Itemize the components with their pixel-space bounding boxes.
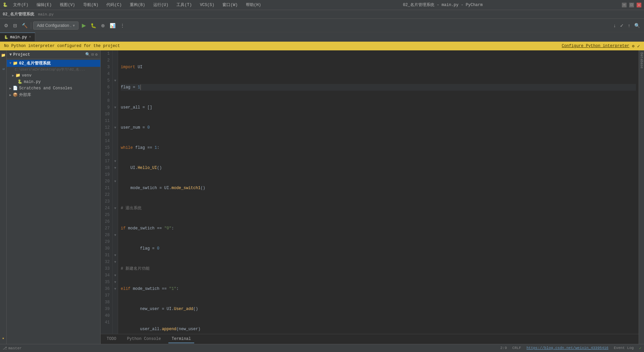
configure-interpreter-link[interactable]: Configure Python interpreter (562, 44, 630, 48)
vcs-push-button[interactable]: ↑ (627, 21, 632, 30)
activity-structure-icon[interactable]: S (1, 66, 6, 73)
menu-refactor[interactable]: 重构(B) (127, 1, 148, 8)
tree-item-main-py[interactable]: 🐍 main.py (7, 79, 100, 85)
menu-help[interactable]: 帮助(H) (243, 1, 264, 8)
fold-marker-33 (113, 265, 118, 272)
layout-button[interactable]: ⊟ (12, 21, 18, 30)
menu-file[interactable]: 文件(F) (10, 1, 31, 8)
event-log-link[interactable]: Event Log (614, 346, 634, 350)
debug-button[interactable]: 🐛 (89, 21, 98, 30)
code-editor[interactable]: import UI flag = 1 user_all = [] user_nu… (118, 50, 639, 334)
tree-label-scratches: Scratches and Consoles (19, 86, 72, 91)
tree-arrow-project: ▼ (9, 61, 11, 65)
fold-marker-32[interactable]: ▼ (113, 259, 118, 265)
fold-marker-12[interactable]: ▼ (113, 124, 118, 131)
python-console-tab[interactable]: Python Console (124, 335, 164, 343)
menu-vcs[interactable]: VCS(S) (197, 2, 217, 8)
sidebar-settings-icon[interactable]: ⚙ (95, 52, 98, 57)
build-button[interactable]: 🔨 (20, 21, 29, 30)
fold-marker-17[interactable]: ▼ (113, 158, 118, 165)
code-line-10: flag = 0 (121, 245, 636, 252)
tree-label-venv: venv (22, 73, 32, 78)
menu-navigate[interactable]: 导航(N) (80, 1, 101, 8)
code-line-13: new_user = UI.User_add() (121, 306, 636, 312)
vcs-update-button[interactable]: ↓ (612, 21, 617, 30)
fold-marker-20[interactable]: ▼ (113, 178, 118, 185)
code-line-3: user_all = [] (121, 104, 636, 111)
line-ending: CRLF (512, 346, 521, 350)
menu-tools[interactable]: 工具(T) (174, 1, 195, 8)
fold-marker-13 (113, 131, 118, 138)
tree-label-project: 02_名片管理系统 (19, 60, 51, 66)
code-line-5: while flag == 1: (121, 144, 636, 151)
run-button[interactable]: ▶ (80, 21, 87, 30)
menu-view[interactable]: 视图(V) (57, 1, 78, 8)
fold-marker-2 (113, 57, 118, 64)
fold-marker-18[interactable]: ▼ (113, 165, 118, 171)
fold-marker-7 (113, 91, 118, 97)
tree-item-venv[interactable]: ▶ 📁 venv (7, 72, 100, 79)
fold-marker-22 (113, 191, 118, 198)
fold-marker-36[interactable]: ▼ (113, 285, 118, 292)
menu-run[interactable]: 运行(U) (151, 1, 171, 8)
todo-tab[interactable]: TODO (103, 335, 120, 343)
tree-item-scratches[interactable]: ▶ 📄 Scratches and Consoles (7, 85, 100, 91)
app-icon: 🐍 (3, 2, 8, 7)
menu-code[interactable]: 代码(C) (104, 1, 124, 8)
fold-marker-35[interactable]: ▼ (113, 279, 118, 285)
fold-marker-28[interactable]: ▼ (113, 232, 118, 238)
fold-gutter: ▼ ▼ ▼ ▼ ▼ ▼ ▼ (113, 50, 118, 334)
database-panel-label[interactable]: Database (639, 51, 644, 70)
warning-settings-icon[interactable]: ⚙ (632, 44, 634, 49)
tree-item-external-libs[interactable]: ▶ 📦 外部库 (7, 91, 100, 98)
fold-marker-31[interactable]: ▼ (113, 252, 118, 259)
fold-marker-39 (113, 306, 118, 312)
fold-marker-16 (113, 151, 118, 158)
menu-edit[interactable]: 编辑(E) (34, 1, 55, 8)
vcs-icon: ⎇ (3, 346, 7, 350)
sidebar-search-icon[interactable]: 🔍 (85, 52, 90, 57)
tree-item-root-project[interactable]: ▼ 📁 02_名片管理系统 (7, 60, 100, 67)
add-configuration-button[interactable]: Add Configuration . ▾ (33, 21, 78, 30)
fold-marker-14 (113, 138, 118, 144)
fold-marker-37 (113, 292, 118, 299)
activity-bar: 📁 S ★ (0, 50, 7, 344)
status-right: 2:9 CRLF https://blog.csdn.net/weixin_43… (500, 346, 641, 350)
file-tab-breadcrumb: main.py (38, 12, 54, 16)
tree-label-main-py: main.py (24, 80, 41, 84)
fold-marker-5[interactable]: ▼ (113, 77, 118, 84)
settings-gear-button[interactable]: ⚙ (3, 21, 10, 30)
status-vcs: ⎇ master (3, 346, 22, 350)
code-container[interactable]: 1 2 3 4 5 6 7 8 9 10 11 12 13 14 15 16 1… (101, 50, 639, 334)
fold-marker-34[interactable]: ▼ (113, 272, 118, 279)
close-button[interactable]: ✕ (637, 3, 641, 7)
sidebar-title: Project (13, 52, 84, 57)
tab-close-button[interactable]: × (29, 35, 31, 39)
sidebar-collapse-icon[interactable]: ⊟ (92, 52, 94, 57)
warning-text: No Python interpreter configured for the… (4, 44, 120, 48)
fold-marker-24[interactable]: ▼ (113, 205, 118, 212)
warning-close-icon[interactable]: ✓ (637, 43, 640, 49)
run-with-coverage-button[interactable]: ⊕ (100, 21, 106, 30)
url-link[interactable]: https://blog.csdn.net/weixin_43395416 (527, 346, 608, 350)
editor-tab-main-py[interactable]: 🐍 main.py × (0, 33, 35, 41)
external-libs-icon: 📦 (13, 92, 18, 97)
py-file-icon: 🐍 (17, 79, 22, 84)
code-line-9: if mode_swtich == "0": (121, 225, 636, 232)
terminal-tab[interactable]: Terminal (168, 335, 195, 343)
search-everywhere-button[interactable]: 🔍 (633, 21, 641, 30)
fold-marker-9[interactable]: ▼ (113, 104, 118, 111)
tree-arrow-venv: ▶ (12, 74, 14, 78)
toolbar-left: ⚙ ⊟ 🔨 Add Configuration . ▾ ▶ 🐛 ⊕ 📊 ⋮ (3, 21, 611, 30)
menu-window[interactable]: 窗口(W) (220, 1, 240, 8)
vcs-commit-button[interactable]: ✓ (619, 21, 625, 30)
activity-project-icon[interactable]: 📁 (1, 52, 6, 58)
project-sidebar: ▼ Project 🔍 ⊟ ⚙ ▼ 📁 02_名片管理系统 C:\Users\W… (7, 50, 101, 344)
minimize-button[interactable]: — (622, 3, 627, 7)
maximize-button[interactable]: □ (629, 3, 634, 7)
fold-marker-15 (113, 144, 118, 151)
profile-button[interactable]: 📊 (108, 21, 117, 30)
activity-favorites-icon[interactable]: ★ (1, 335, 6, 341)
concurrency-button[interactable]: ⋮ (119, 21, 126, 30)
bottom-tabs: TODO Python Console Terminal (101, 334, 639, 344)
